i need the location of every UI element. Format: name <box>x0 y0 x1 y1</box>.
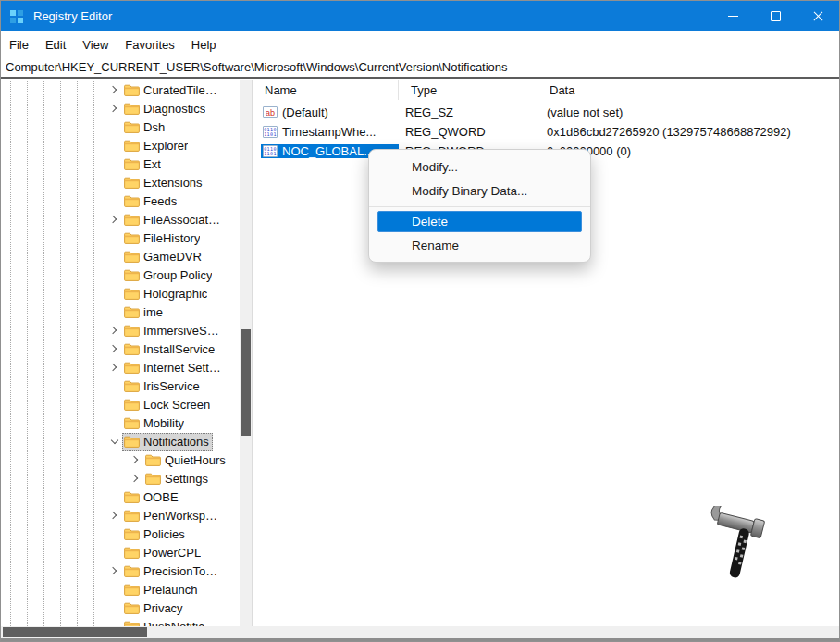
tree-item-body: Diagnostics <box>122 100 209 117</box>
tree-item-diagnostics[interactable]: Diagnostics <box>1 99 240 117</box>
tree-item-curatedtilecollections[interactable]: CuratedTileCollections <box>1 80 240 99</box>
tree-item-fileassociations[interactable]: FileAssociations <box>1 210 240 228</box>
chevron-right-icon[interactable] <box>106 212 122 228</box>
menu-favorites[interactable]: Favorites <box>117 33 182 56</box>
chevron-right-icon[interactable] <box>128 471 143 487</box>
chevron-placeholder <box>106 156 122 172</box>
chevron-placeholder <box>106 619 122 627</box>
menu-view[interactable]: View <box>74 33 117 56</box>
tree-item-ime[interactable]: ime <box>1 302 240 321</box>
folder-icon <box>124 436 140 448</box>
value-type: REG_SZ <box>399 105 537 119</box>
menu-help[interactable]: Help <box>183 33 225 56</box>
chevron-down-icon[interactable] <box>106 434 122 450</box>
tree-item-precisiontouchpad[interactable]: PrecisionTouchPad <box>1 562 240 580</box>
value-data: 0x1d86cbd27265920 (132975748668872992) <box>537 125 839 139</box>
tree-item-quiethours[interactable]: QuietHours <box>1 451 240 469</box>
tree-item-label: FileAssociations <box>143 213 221 227</box>
tree-item-label: Diagnostics <box>143 102 205 116</box>
chevron-right-icon[interactable] <box>106 508 122 524</box>
tree-item-powercpl[interactable]: PowerCPL <box>1 543 240 562</box>
value-name: TimestampWhe... <box>282 125 376 139</box>
tree-item-dsh[interactable]: Dsh <box>1 117 240 136</box>
tree-item-label: Group Policy <box>143 268 212 282</box>
tree-item-installservice[interactable]: InstallService <box>1 340 240 358</box>
tree-item-body: Prelaunch <box>122 581 202 599</box>
chevron-right-icon[interactable] <box>106 101 122 117</box>
chevron-placeholder <box>106 600 122 616</box>
tree-item-label: OOBE <box>143 490 179 504</box>
folder-icon <box>124 214 140 226</box>
tree-item-body: QuietHours <box>143 451 229 469</box>
context-menu-item-rename[interactable]: Rename <box>369 233 590 257</box>
tree-item-filehistory[interactable]: FileHistory <box>1 228 240 247</box>
column-header-name[interactable]: Name <box>253 80 399 100</box>
menu-file[interactable]: File <box>1 33 37 56</box>
tree-item-label: FileHistory <box>143 231 200 245</box>
tree-item-holographic[interactable]: Holographic <box>1 284 240 302</box>
context-menu-item-modify[interactable]: Modify... <box>369 154 590 179</box>
context-menu: Modify...Modify Binary Data...DeleteRena… <box>368 149 591 263</box>
chevron-right-icon[interactable] <box>106 360 122 376</box>
folder-icon <box>124 288 140 300</box>
chevron-placeholder <box>106 175 122 191</box>
tree-item-label: PenWorkspace <box>143 509 221 523</box>
tree-item-policies[interactable]: Policies <box>1 525 240 543</box>
tree-item-feeds[interactable]: Feeds <box>1 191 240 210</box>
folder-icon <box>124 584 140 596</box>
tree-item-notifications[interactable]: Notifications <box>1 432 240 451</box>
tree-item-prelaunch[interactable]: Prelaunch <box>1 580 240 599</box>
tree-item-privacy[interactable]: Privacy <box>1 599 240 617</box>
tree-item-group-policy[interactable]: Group Policy <box>1 265 240 284</box>
value-row-timestampwhe[interactable]: 01101101TimestampWhe...REG_QWORD0x1d86cb… <box>253 122 839 142</box>
chevron-right-icon[interactable] <box>128 452 143 468</box>
tree-item-gamedvr[interactable]: GameDVR <box>1 247 240 265</box>
vertical-scrollbar-thumb[interactable] <box>241 329 251 436</box>
address-bar[interactable]: Computer\HKEY_CURRENT_USER\Software\Micr… <box>1 57 839 79</box>
folder-icon <box>145 454 161 466</box>
tree-item-pushnotifications[interactable]: PushNotifications <box>1 617 240 626</box>
chevron-right-icon[interactable] <box>106 82 122 98</box>
tree-item-explorer[interactable]: Explorer <box>1 136 240 154</box>
chevron-placeholder <box>106 249 122 265</box>
folder-icon <box>124 121 140 133</box>
tree-item-oobe[interactable]: OOBE <box>1 488 240 506</box>
close-button[interactable] <box>797 1 839 31</box>
tree-item-mobility[interactable]: Mobility <box>1 414 240 432</box>
chevron-placeholder <box>106 415 122 431</box>
address-path: Computer\HKEY_CURRENT_USER\Software\Micr… <box>6 60 508 74</box>
tree-item-lock-screen[interactable]: Lock Screen <box>1 395 240 414</box>
tree-item-label: Settings <box>165 472 208 486</box>
folder-icon <box>124 306 140 318</box>
column-header-data[interactable]: Data <box>537 80 661 100</box>
value-row-default[interactable]: ab(Default)REG_SZ(value not set) <box>253 103 839 122</box>
tree-item-body: PowerCPL <box>122 544 204 562</box>
horizontal-scrollbar-thumb[interactable] <box>3 627 147 637</box>
tree-item-internet-settings[interactable]: Internet Settings <box>1 358 240 377</box>
folder-icon <box>124 399 140 411</box>
tree-item-ext[interactable]: Ext <box>1 154 240 173</box>
title-bar[interactable]: Registry Editor <box>1 1 839 31</box>
tree-item-body: ime <box>122 303 167 321</box>
tree-item-penworkspace[interactable]: PenWorkspace <box>1 506 240 525</box>
tree-horizontal-scrollbar[interactable] <box>1 626 252 638</box>
chevron-right-icon[interactable] <box>106 341 122 357</box>
tree-item-body: Internet Settings <box>122 359 225 377</box>
chevron-right-icon[interactable] <box>106 563 122 579</box>
tree-item-label: Explorer <box>143 139 188 153</box>
minimize-button[interactable] <box>711 1 754 31</box>
menu-edit[interactable]: Edit <box>37 33 74 56</box>
tree-vertical-scrollbar[interactable] <box>240 80 252 626</box>
context-menu-item-modify-binary-data[interactable]: Modify Binary Data... <box>369 179 590 203</box>
column-header-type[interactable]: Type <box>399 80 537 100</box>
tree-item-settings[interactable]: Settings <box>1 469 240 488</box>
tree-item-label: PowerCPL <box>143 546 201 560</box>
context-menu-item-delete[interactable]: Delete <box>377 211 582 232</box>
tree-item-irisservice[interactable]: IrisService <box>1 377 240 395</box>
maximize-button[interactable] <box>754 1 797 31</box>
chevron-right-icon[interactable] <box>106 323 122 339</box>
tree-item-body: Dsh <box>122 118 168 136</box>
tree-item-body: PenWorkspace <box>122 507 225 525</box>
tree-item-extensions[interactable]: Extensions <box>1 173 240 191</box>
tree-item-immersiveshell[interactable]: ImmersiveShell <box>1 321 240 340</box>
